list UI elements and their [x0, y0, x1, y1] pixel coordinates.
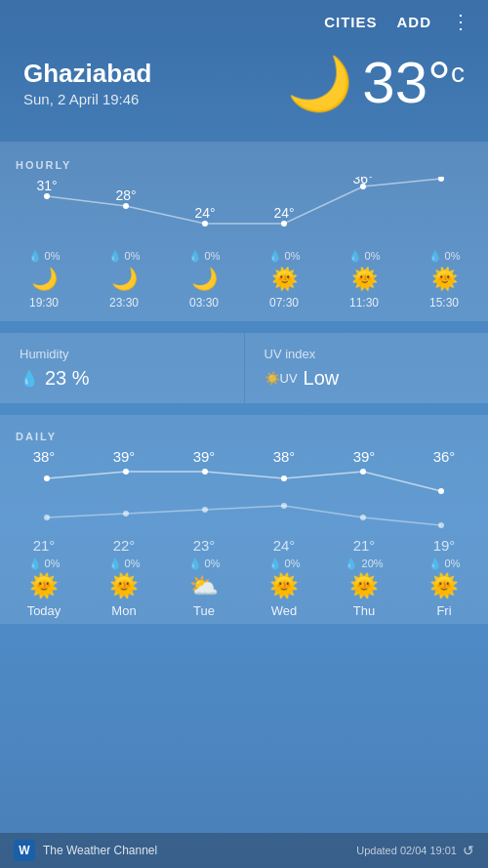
info-row: Humidity 💧 23 % UV index ☀️UV Low — [0, 333, 488, 403]
daily-label: DAILY — [0, 423, 488, 448]
daily-section: DAILY 38° 39° 39° 38° 39° 36° — [0, 415, 488, 624]
daily-icon-3: 🌞 — [244, 572, 324, 599]
brand-name: The Weather Channel — [43, 844, 157, 857]
daily-day-5: Fri — [404, 603, 484, 618]
precip-4: 💧 0% — [348, 250, 381, 263]
daily-high-5: 36° — [404, 448, 484, 465]
hourly-item-1: 💧 0% 🌙 23:30 — [84, 250, 164, 310]
daily-low-3: 24° — [244, 537, 324, 554]
svg-point-3 — [281, 221, 287, 227]
svg-point-2 — [202, 221, 208, 227]
daily-icon-1: 🌞 — [84, 572, 164, 599]
svg-text:24°: 24° — [194, 205, 215, 221]
hourly-item-0: 💧 0% 🌙 19:30 — [4, 250, 84, 310]
daily-icon-5: 🌞 — [404, 572, 484, 599]
icon-5: 🌞 — [431, 267, 458, 292]
header: CITIES ADD ⋮ — [308, 0, 488, 43]
daily-lows-row: 21° 22° 23° 24° 21° 19° — [0, 537, 488, 554]
svg-text:31°: 31° — [36, 178, 57, 193]
svg-point-13 — [123, 469, 129, 475]
hourly-chart: 31° 28° 24° 24° 36° 38° — [8, 177, 480, 240]
svg-point-20 — [202, 507, 208, 513]
svg-point-19 — [123, 511, 129, 517]
cities-button[interactable]: CITIES — [324, 14, 377, 30]
city-name: Ghaziabad — [23, 59, 151, 89]
daily-precip-5: 💧 0% — [404, 558, 484, 570]
hourly-items-row: 💧 0% 🌙 19:30 💧 0% 🌙 23:30 💧 0% 🌙 03:30 💧… — [0, 250, 488, 310]
footer: W The Weather Channel Updated 02/04 19:0… — [0, 833, 488, 868]
daily-icons-row: 🌞 🌞 ⛅ 🌞 🌞 🌞 — [0, 570, 488, 601]
date-time: Sun, 2 April 19:46 — [23, 91, 151, 107]
refresh-icon[interactable]: ↺ — [463, 843, 474, 858]
svg-point-23 — [438, 522, 444, 528]
svg-point-22 — [360, 515, 366, 520]
daily-high-4: 39° — [324, 448, 404, 465]
hourly-label: HOURLY — [0, 151, 488, 177]
uv-card: UV index ☀️UV Low — [245, 333, 489, 403]
add-button[interactable]: ADD — [397, 14, 432, 30]
daily-low-0: 21° — [4, 537, 84, 554]
svg-point-16 — [360, 469, 366, 475]
daily-precip-1: 💧 0% — [84, 558, 164, 570]
humidity-title: Humidity — [20, 347, 224, 361]
daily-precip-4: 💧 20% — [324, 558, 404, 570]
daily-day-0: Today — [4, 603, 84, 618]
svg-point-12 — [44, 475, 50, 481]
icon-3: 🌞 — [271, 267, 298, 292]
daily-days-row: Today Mon Tue Wed Thu Fri — [0, 601, 488, 624]
time-0: 19:30 — [29, 296, 59, 310]
hero-left: Ghaziabad Sun, 2 April 19:46 — [23, 59, 151, 107]
updated-text: Updated 02/04 19:01 — [356, 845, 457, 856]
precip-5: 💧 0% — [428, 250, 461, 263]
uv-icon: ☀️UV — [264, 371, 298, 386]
precip-1: 💧 0% — [108, 250, 141, 263]
icon-4: 🌞 — [351, 267, 378, 292]
svg-text:28°: 28° — [115, 187, 136, 203]
brand-icon: W — [14, 840, 35, 861]
daily-low-5: 19° — [404, 537, 484, 554]
daily-high-2: 39° — [164, 448, 244, 465]
icon-0: 🌙 — [31, 267, 58, 292]
time-2: 03:30 — [189, 296, 219, 310]
precip-2: 💧 0% — [188, 250, 221, 263]
svg-point-15 — [281, 475, 287, 481]
daily-icon-4: 🌞 — [324, 572, 404, 599]
time-4: 11:30 — [349, 296, 379, 310]
daily-icon-2: ⛅ — [164, 572, 244, 599]
svg-point-21 — [281, 503, 287, 509]
daily-chart — [8, 467, 480, 535]
svg-point-18 — [44, 515, 50, 520]
humidity-icon: 💧 — [20, 369, 39, 388]
uv-title: UV index — [264, 347, 469, 361]
daily-low-2: 23° — [164, 537, 244, 554]
hourly-item-2: 💧 0% 🌙 03:30 — [164, 250, 244, 310]
daily-low-4: 21° — [324, 537, 404, 554]
humidity-value: 💧 23 % — [20, 367, 224, 390]
svg-point-14 — [202, 469, 208, 475]
daily-day-3: Wed — [244, 603, 324, 618]
svg-text:24°: 24° — [273, 205, 294, 221]
precip-3: 💧 0% — [268, 250, 301, 263]
time-3: 07:30 — [269, 296, 299, 310]
menu-button[interactable]: ⋮ — [451, 10, 472, 33]
daily-highs-row: 38° 39° 39° 38° 39° 36° — [0, 448, 488, 465]
humidity-card: Humidity 💧 23 % — [0, 333, 244, 403]
daily-icon-0: 🌞 — [4, 572, 84, 599]
moon-icon: 🌙 — [287, 57, 352, 109]
daily-precip-3: 💧 0% — [244, 558, 324, 570]
current-temp: 33°c — [362, 54, 465, 112]
precip-0: 💧 0% — [28, 250, 61, 263]
hourly-item-3: 💧 0% 🌞 07:30 — [244, 250, 324, 310]
svg-point-0 — [44, 193, 50, 199]
daily-line-chart — [8, 467, 480, 535]
daily-high-0: 38° — [4, 448, 84, 465]
time-1: 23:30 — [109, 296, 139, 310]
svg-text:36°: 36° — [352, 177, 373, 186]
daily-precip-row: 💧 0% 💧 0% 💧 0% 💧 0% 💧 20% 💧 0% — [0, 554, 488, 570]
daily-day-2: Tue — [164, 603, 244, 618]
hourly-item-4: 💧 0% 🌞 11:30 — [324, 250, 404, 310]
svg-point-17 — [438, 488, 444, 494]
daily-low-1: 22° — [84, 537, 164, 554]
daily-day-1: Mon — [84, 603, 164, 618]
footer-updated: Updated 02/04 19:01 ↺ — [356, 843, 474, 858]
